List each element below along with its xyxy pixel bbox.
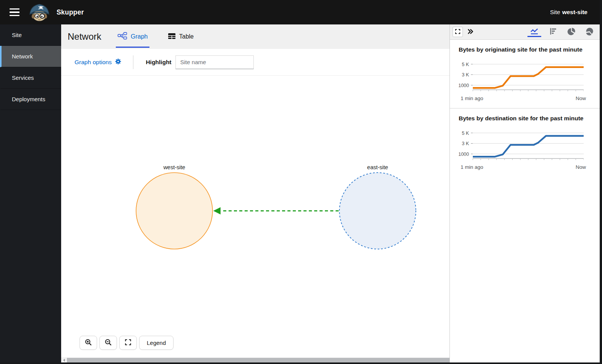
pie-chart-icon xyxy=(567,28,575,37)
pie-chart-alt-icon xyxy=(586,28,594,37)
fit-view-button[interactable] xyxy=(119,336,137,350)
sidebar-item-network[interactable]: Network xyxy=(0,46,61,67)
legend-button[interactable]: Legend xyxy=(139,336,174,350)
highlight-label: Highlight xyxy=(146,59,171,66)
destination-bytes-line-chart: 5 K3 K1000 xyxy=(450,129,584,162)
graph-node-east-site[interactable] xyxy=(339,173,416,249)
site-label: Site xyxy=(550,9,560,15)
collapse-panel-button[interactable] xyxy=(465,27,475,37)
graph-canvas[interactable]: west-siteeast-site xyxy=(61,76,449,358)
sidebar: Site Network Services Deployments xyxy=(0,24,61,362)
svg-text:5 K: 5 K xyxy=(462,62,469,67)
charts-panel: Bytes by originating site for the past m… xyxy=(449,24,600,362)
chart-card-originating: Bytes by originating site for the past m… xyxy=(450,40,600,108)
tab-table[interactable]: Table xyxy=(166,24,195,49)
chart-title: Bytes by originating site for the past m… xyxy=(459,46,600,53)
app-title: Skupper xyxy=(57,8,84,16)
site-name-input[interactable] xyxy=(175,55,254,69)
view-tabs: Graph Table xyxy=(116,24,212,49)
horizontal-scrollbar xyxy=(61,358,449,362)
chart-type-tabs xyxy=(530,24,594,39)
graph-node-label-east-site: east-site xyxy=(367,164,388,170)
chart-x-axis-labels: 1 min ago Now xyxy=(461,164,586,170)
svg-text:1000: 1000 xyxy=(458,152,469,157)
expand-icon xyxy=(125,339,131,347)
topology-graph: west-siteeast-site xyxy=(61,76,449,358)
line-chart-icon xyxy=(530,28,539,36)
zoom-out-button[interactable] xyxy=(99,336,117,350)
bar-chart-icon xyxy=(549,28,557,36)
bar-chart-tab[interactable] xyxy=(549,24,557,39)
line-chart-tab[interactable] xyxy=(530,24,539,39)
x-label-end: Now xyxy=(576,164,586,170)
graph-options-label: Graph options xyxy=(75,59,112,66)
sidebar-item-services[interactable]: Services xyxy=(0,67,61,89)
graph-toolbar: Graph options xyxy=(61,49,449,76)
masthead: Skupper Sitewest-site xyxy=(0,0,600,24)
site-indicator: Sitewest-site xyxy=(550,9,587,16)
svg-text:3 K: 3 K xyxy=(462,72,469,78)
main-content: Network Gr xyxy=(61,24,449,362)
zoom-out-icon xyxy=(104,338,112,347)
graph-node-west-site[interactable] xyxy=(136,173,213,249)
expand-panel-button[interactable] xyxy=(453,27,463,37)
sidebar-item-deployments[interactable]: Deployments xyxy=(0,89,61,110)
tab-graph[interactable]: Graph xyxy=(116,24,149,49)
tab-table-label: Table xyxy=(179,33,194,40)
skupper-logo xyxy=(28,3,50,22)
chart-card-destination: Bytes by destination site for the past m… xyxy=(450,108,600,177)
expand-icon xyxy=(455,29,461,36)
graph-options-link[interactable]: Graph options xyxy=(75,58,122,66)
table-icon xyxy=(168,32,176,41)
scroll-left-arrow-icon[interactable] xyxy=(61,358,67,362)
section-header: Network Gr xyxy=(61,24,449,49)
graph-controls: Legend xyxy=(80,336,174,350)
site-name: west-site xyxy=(562,9,587,15)
app-window: Skupper Sitewest-site Site Network Servi… xyxy=(0,0,602,364)
gear-icon xyxy=(115,58,122,66)
edge-arrowhead-icon xyxy=(213,207,221,215)
toolbar-divider xyxy=(133,55,133,69)
hamburger-icon[interactable] xyxy=(5,3,24,21)
svg-text:3 K: 3 K xyxy=(462,141,469,146)
x-label-start: 1 min ago xyxy=(461,164,483,170)
charts-panel-header xyxy=(450,24,600,40)
pie-chart-alt-tab[interactable] xyxy=(586,24,594,39)
svg-text:1000: 1000 xyxy=(458,83,469,88)
zoom-in-icon xyxy=(84,338,92,347)
originating-bytes-line-chart: 5 K3 K1000 xyxy=(450,60,584,93)
zoom-in-button[interactable] xyxy=(80,336,97,350)
x-label-start: 1 min ago xyxy=(461,95,483,101)
svg-text:5 K: 5 K xyxy=(462,131,469,136)
scrollbar-thumb[interactable] xyxy=(67,358,449,362)
pie-chart-tab[interactable] xyxy=(567,24,575,39)
page-title: Network xyxy=(68,31,101,42)
graph-node-label-west-site: west-site xyxy=(163,164,185,170)
topology-icon xyxy=(117,31,127,42)
collapse-panel-icon xyxy=(467,28,474,36)
tab-graph-label: Graph xyxy=(131,33,148,40)
chart-title: Bytes by destination site for the past m… xyxy=(459,115,600,122)
sidebar-item-site[interactable]: Site xyxy=(0,24,61,46)
x-label-end: Now xyxy=(576,95,586,101)
chart-x-axis-labels: 1 min ago Now xyxy=(461,95,586,101)
